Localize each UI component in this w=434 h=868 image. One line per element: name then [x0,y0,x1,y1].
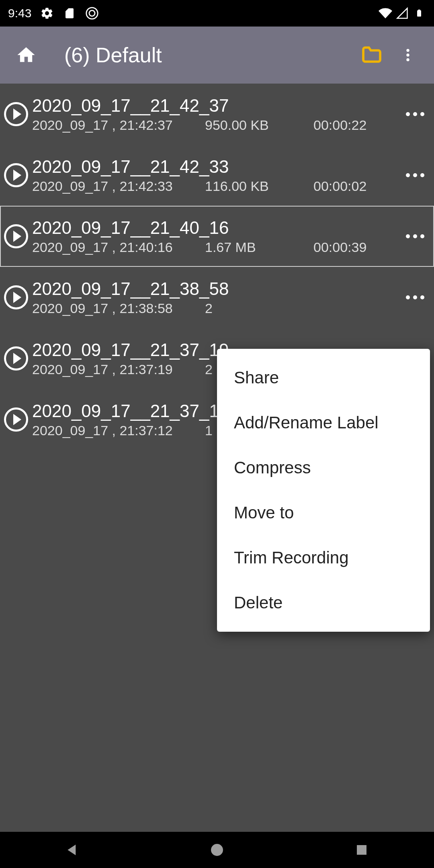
context-menu: Share Add/Rename Label Compress Move to … [217,349,430,632]
item-duration: 00:00:22 [313,117,366,133]
item-date: 2020_09_17 , 21:38:58 [32,301,205,316]
play-icon[interactable] [4,285,28,309]
menu-move-to[interactable]: Move to [217,490,430,535]
svg-rect-8 [357,845,366,855]
svg-point-7 [211,844,223,856]
list-item[interactable]: 2020_09_17__21_38_58 2020_09_17 , 21:38:… [0,267,434,328]
nav-bar [0,832,434,868]
page-title: (6) Default [64,43,350,67]
item-duration: 00:00:02 [313,178,366,194]
play-icon[interactable] [4,102,28,126]
play-icon[interactable] [4,346,28,371]
overflow-button[interactable] [394,41,422,69]
home-nav-button[interactable] [207,840,227,860]
item-title: 2020_09_17__21_38_58 [32,279,401,299]
svg-point-0 [86,8,98,19]
play-icon[interactable] [4,407,28,432]
item-more-button[interactable] [401,234,429,238]
item-more-button[interactable] [401,112,429,116]
list-item[interactable]: 2020_09_17__21_40_16 2020_09_17 , 21:40:… [0,206,434,267]
item-date: 2020_09_17 , 21:40:16 [32,240,205,255]
app-header: (6) Default [0,27,434,84]
item-more-button[interactable] [401,295,429,299]
item-size: 950.00 KB [205,117,313,133]
svg-point-6 [406,58,409,61]
item-date: 2020_09_17 , 21:42:33 [32,178,205,194]
menu-rename-label[interactable]: Add/Rename Label [217,400,430,445]
folder-button[interactable] [358,41,386,69]
no-sync-icon [85,6,99,20]
item-duration: 00:00:39 [313,240,366,255]
svg-point-1 [89,10,95,16]
recents-button[interactable] [352,840,372,860]
item-size: 116.00 KB [205,178,313,194]
item-size: 1.67 MB [205,240,313,255]
item-more-button[interactable] [401,173,429,177]
wifi-icon [379,6,392,20]
status-time: 9:43 [8,6,31,20]
svg-point-5 [406,53,409,56]
item-title: 2020_09_17__21_42_37 [32,96,401,116]
sd-card-icon [63,6,76,20]
list-item[interactable]: 2020_09_17__21_42_33 2020_09_17 , 21:42:… [0,145,434,206]
battery-icon [412,6,426,20]
menu-trim-recording[interactable]: Trim Recording [217,535,430,580]
item-title: 2020_09_17__21_42_33 [32,157,401,177]
status-bar: 9:43 [0,0,434,27]
svg-rect-3 [418,10,420,10]
menu-delete[interactable]: Delete [217,580,430,625]
play-icon[interactable] [4,224,28,248]
svg-point-4 [406,49,409,52]
menu-share[interactable]: Share [217,355,430,400]
home-button[interactable] [12,41,40,69]
item-size: 2 [205,301,313,316]
play-icon[interactable] [4,163,28,187]
signal-icon [395,6,409,20]
item-date: 2020_09_17 , 21:37:19 [32,362,205,377]
settings-icon [40,6,54,20]
list-item[interactable]: 2020_09_17__21_42_37 2020_09_17 , 21:42:… [0,84,434,145]
back-button[interactable] [62,840,82,860]
item-date: 2020_09_17 , 21:42:37 [32,117,205,133]
item-title: 2020_09_17__21_40_16 [32,218,401,238]
svg-rect-2 [417,10,421,17]
menu-compress[interactable]: Compress [217,445,430,490]
recordings-list: 2020_09_17__21_42_37 2020_09_17 , 21:42:… [0,84,434,832]
item-date: 2020_09_17 , 21:37:12 [32,423,205,438]
